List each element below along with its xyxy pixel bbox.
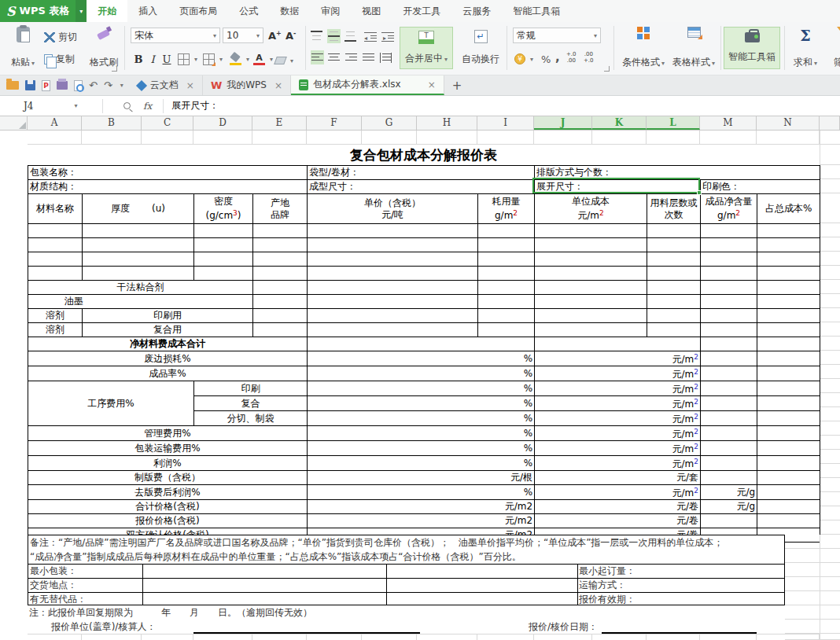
empty-cell[interactable] (417, 131, 477, 144)
cell[interactable] (83, 252, 194, 267)
tab-review[interactable]: 审阅 (310, 0, 351, 22)
cell[interactable] (701, 252, 757, 267)
column-header-D[interactable]: D (193, 116, 252, 130)
empty-cell[interactable] (820, 145, 840, 165)
cell[interactable] (647, 224, 701, 238)
cell-process-slitting[interactable]: 分切、制袋 (194, 411, 308, 426)
cell[interactable] (308, 295, 478, 309)
smart-toolbox-button[interactable]: 智能工具箱 (724, 27, 780, 69)
increase-indent-button[interactable]: ▸ (381, 29, 394, 43)
fill-color-button[interactable]: ▾ (230, 52, 249, 66)
cell-fee-unit1[interactable]: 元/根 (308, 471, 535, 485)
header-unit-price[interactable]: 单价（含税）元/吨 (308, 194, 478, 224)
column-header-C[interactable]: C (142, 116, 193, 130)
empty-cell[interactable] (820, 591, 840, 605)
cell[interactable] (757, 456, 820, 471)
column-header-K[interactable]: K (592, 116, 647, 130)
column-header-A[interactable]: A (28, 116, 82, 130)
cell-dry-adhesive[interactable]: 干法粘合剂 (28, 281, 253, 295)
empty-cell[interactable] (820, 520, 840, 535)
tab-cloud[interactable]: 云服务 (451, 0, 502, 22)
cell-fee-label[interactable]: 成品率% (28, 366, 308, 381)
cell-fee-unit2[interactable]: 元/m2 (535, 411, 701, 426)
cell[interactable] (701, 351, 757, 366)
empty-cell[interactable] (785, 563, 820, 577)
cell[interactable] (28, 267, 83, 281)
empty-cell[interactable] (477, 131, 534, 144)
cell-fee-unit1[interactable]: 元/m2 (308, 514, 535, 528)
cell-quote-validity[interactable]: 报价有效期： (579, 592, 636, 606)
decrease-decimal-button[interactable]: .00+.0 (584, 50, 594, 64)
cell[interactable] (757, 485, 820, 500)
cell[interactable] (757, 295, 820, 309)
cell[interactable] (535, 323, 647, 337)
empty-cell[interactable] (142, 131, 193, 144)
empty-cell[interactable] (820, 478, 840, 492)
empty-cell[interactable] (592, 131, 647, 144)
cell[interactable] (757, 366, 820, 381)
cell[interactable] (647, 238, 701, 252)
export-pdf-icon[interactable]: P (42, 80, 50, 91)
undo-icon[interactable]: ↶ (89, 79, 98, 91)
empty-row-35[interactable] (28, 634, 820, 640)
tab-smart-toolbox[interactable]: 智能工具箱 (502, 0, 571, 22)
cell-fee-unit2[interactable]: 元/m2 (535, 366, 701, 381)
cut-button[interactable]: 剪切 (44, 30, 77, 44)
empty-cell[interactable] (252, 634, 307, 640)
empty-columns-right[interactable] (820, 131, 840, 640)
cell-solvent-printing[interactable]: 印刷用 (83, 309, 253, 323)
draw-border-button[interactable]: ▾ (203, 52, 223, 66)
empty-cell[interactable] (362, 131, 417, 144)
empty-cell[interactable] (820, 237, 840, 252)
empty-cell[interactable] (700, 634, 757, 640)
currency-button[interactable]: ¥▾ (514, 52, 533, 66)
cell-fee-unit2[interactable]: 元/m2 (535, 381, 701, 396)
close-tab-icon[interactable]: × (274, 80, 282, 91)
empty-cell[interactable] (820, 436, 840, 450)
empty-cell[interactable] (647, 634, 700, 640)
distribute-button[interactable] (380, 50, 392, 64)
empty-cell[interactable] (820, 179, 840, 193)
wps-logo-button[interactable]: S WPS 表格 ▾ (0, 0, 87, 22)
tab-data[interactable]: 数据 (269, 0, 310, 22)
cell-transport-mode[interactable]: 运输方式： (579, 578, 626, 592)
empty-cell[interactable] (362, 634, 417, 640)
empty-cell[interactable] (820, 365, 840, 379)
cell-fee-label[interactable]: 利润% (28, 456, 308, 471)
cell-fee-unit1[interactable]: % (308, 426, 535, 441)
cell-min-order[interactable]: 最小起订量： (579, 564, 636, 578)
empty-cell[interactable] (820, 165, 840, 179)
cell-fee-unit2[interactable]: 元/m2 (535, 485, 701, 500)
grow-font-button[interactable]: A+ (268, 28, 282, 42)
cell[interactable] (478, 252, 535, 267)
cell[interactable] (478, 238, 535, 252)
borders-button[interactable]: ▾ (178, 52, 197, 66)
empty-cell[interactable] (820, 407, 840, 421)
cell[interactable] (253, 323, 308, 337)
cell[interactable] (647, 295, 701, 309)
tab-home[interactable]: 开始 (87, 0, 127, 22)
empty-cell[interactable] (757, 131, 820, 144)
cell[interactable] (757, 252, 820, 267)
cell-substitute[interactable]: 有无替代品： (30, 592, 87, 606)
header-origin-brand[interactable]: 产地品牌 (253, 194, 308, 224)
cell[interactable] (535, 281, 647, 295)
italic-button[interactable]: I (146, 52, 159, 66)
header-net-content[interactable]: 成品净含量g/m2 (701, 194, 757, 224)
close-tab-icon[interactable]: × (428, 79, 436, 90)
cell[interactable] (757, 323, 820, 337)
cell[interactable] (535, 295, 647, 309)
empty-cell[interactable] (820, 322, 840, 337)
empty-cell[interactable] (820, 450, 840, 464)
empty-cell[interactable] (534, 634, 592, 640)
cell[interactable] (757, 426, 820, 441)
cell-process-fee[interactable]: 工序费用% (28, 381, 194, 426)
column-header-I[interactable]: I (477, 116, 534, 130)
cell[interactable] (647, 267, 701, 281)
empty-cell[interactable] (820, 563, 840, 577)
header-consumption[interactable]: 耗用量g/m2 (478, 194, 535, 224)
cell[interactable] (757, 267, 820, 281)
doc-tab-cloud[interactable]: 云文档 × (130, 75, 203, 95)
cell[interactable] (308, 252, 478, 267)
sum-button[interactable]: Σ 求和▾ (789, 27, 822, 69)
